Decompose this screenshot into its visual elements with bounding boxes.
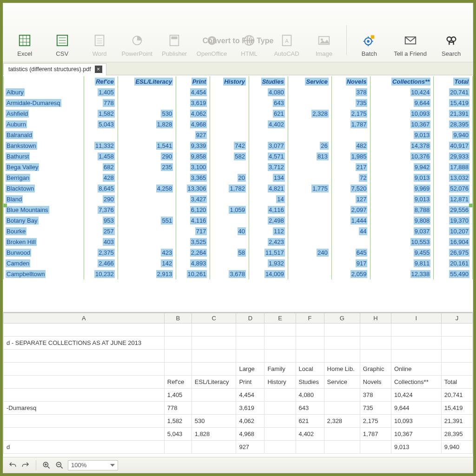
- cell: [118, 98, 176, 108]
- cell: [288, 269, 331, 279]
- spreadsheet-preview-pane[interactable]: ABCDEFGHIJd - SEPARATE COLLECTIONS AS AT…: [3, 313, 473, 457]
- zoom-out-icon[interactable]: [55, 461, 64, 470]
- cell: [210, 162, 249, 172]
- table-row[interactable]: Bourke25771740112449,03710,207: [4, 226, 473, 237]
- table-row[interactable]: Berrigan4283,36520134729,01313,032: [4, 172, 473, 183]
- table-row[interactable]: LargeFamilyLocalHome Lib.GraphicOnline: [4, 363, 473, 376]
- column-header[interactable]: E: [264, 313, 296, 324]
- cell: [331, 130, 370, 140]
- column-header[interactable]: F: [296, 313, 324, 324]
- column-header[interactable]: B: [164, 313, 192, 324]
- cell: 6,120: [176, 205, 210, 215]
- cell: 10,232: [84, 269, 118, 279]
- table-row[interactable]: -Dumaresq7783,6196437359,64415,419: [4, 402, 473, 415]
- table-row[interactable]: Albury1,4054,4544,08037810,42420,741: [4, 87, 473, 98]
- svg-rect-15: [172, 37, 178, 40]
- search-button[interactable]: Search: [432, 31, 469, 59]
- cell: 645: [331, 247, 370, 258]
- table-row[interactable]: Auburn5,0431,8284,9684,4021,78710,36728,…: [4, 119, 473, 130]
- table-row[interactable]: 5,0431,8284,9684,4021,78710,36728,395: [4, 428, 473, 441]
- cell: [84, 130, 118, 140]
- cell: [264, 337, 296, 350]
- cell: [210, 108, 249, 119]
- cell: 10,093: [391, 415, 441, 428]
- table-row[interactable]: [4, 350, 473, 363]
- undo-icon[interactable]: [8, 461, 17, 470]
- cell: 10,424: [370, 87, 434, 98]
- cell: 8,645: [84, 183, 118, 194]
- ppt-button: PowerPoint: [118, 31, 155, 59]
- column-header[interactable]: A: [4, 313, 165, 324]
- cell: [264, 402, 296, 415]
- table-row[interactable]: Botany Bay9535514,1162,4981,4449,80819,3…: [4, 215, 473, 226]
- pdf-header: Total: [434, 76, 473, 87]
- cell: 12,338: [370, 269, 434, 279]
- cell: 29,933: [434, 151, 473, 162]
- cell: 12,871: [434, 194, 473, 205]
- column-header[interactable]: C: [192, 313, 236, 324]
- excel-button[interactable]: Excel: [6, 31, 43, 59]
- table-row[interactable]: Burwood2,3754232,2645811,5172406459,4552…: [4, 247, 473, 258]
- table-row[interactable]: 1,4054,4544,08037810,42420,741: [4, 389, 473, 402]
- cell: 2,328: [324, 415, 360, 428]
- column-header[interactable]: J: [441, 313, 472, 324]
- cell: [324, 389, 360, 402]
- cell: 9,940: [434, 130, 473, 140]
- cell: 1,059: [210, 205, 249, 215]
- table-row[interactable]: Ref'ceESL/LiteracyPrintHistoryStudiesSer…: [4, 376, 473, 389]
- cell: 4,968: [236, 428, 264, 441]
- column-header[interactable]: G: [324, 313, 360, 324]
- cell: 10,093: [370, 108, 434, 119]
- table-row[interactable]: Bathurst1,4582909,8585824,5718131,98510,…: [4, 151, 473, 162]
- redo-icon[interactable]: [21, 461, 30, 470]
- row-name: Blacktown: [4, 183, 84, 194]
- cell: 9,037: [370, 226, 434, 237]
- cell: 4,080: [296, 389, 324, 402]
- cell: 927: [176, 130, 210, 140]
- cell: 13,306: [176, 183, 210, 194]
- table-row[interactable]: Bega Valley6822353,1003,7122179,94217,88…: [4, 162, 473, 172]
- column-header[interactable]: I: [391, 313, 441, 324]
- table-row[interactable]: Campbelltown10,2322,91310,2613,67814,009…: [4, 269, 473, 279]
- batch-button[interactable]: Batch: [350, 31, 388, 59]
- table-row[interactable]: Blue Mountains7,3766,1201,0594,1162,0978…: [4, 205, 473, 215]
- ruler-handle-left[interactable]: [3, 204, 7, 207]
- cell: 4,062: [236, 415, 264, 428]
- zoom-in-icon[interactable]: [42, 461, 51, 470]
- cell: [236, 337, 264, 350]
- cell: 9,942: [370, 162, 434, 172]
- cell: [118, 194, 176, 205]
- table-row[interactable]: Blacktown8,6454,25813,3061,7824,8211,775…: [4, 183, 473, 194]
- cell: Home Lib.: [324, 363, 360, 376]
- csv-button[interactable]: CSV: [43, 31, 80, 59]
- tool-label: Search: [442, 50, 461, 57]
- column-header[interactable]: H: [360, 313, 391, 324]
- svg-line-39: [61, 466, 63, 468]
- table-row[interactable]: Ashfield1,5825304,0626212,3282,17510,093…: [4, 108, 473, 119]
- ruler-handle-right[interactable]: [469, 204, 473, 207]
- cell: Local: [296, 363, 324, 376]
- tell-button[interactable]: Tell a Friend: [388, 31, 433, 59]
- table-row[interactable]: d - SEPARATE COLLECTIONS AS AT JUNE 2013: [4, 337, 473, 350]
- close-icon[interactable]: ×: [95, 66, 102, 73]
- column-header[interactable]: D: [236, 313, 264, 324]
- table-row[interactable]: d9279,0139,940: [4, 441, 473, 454]
- cell: [288, 237, 331, 247]
- zoom-select[interactable]: 100%: [68, 460, 118, 470]
- table-row[interactable]: Camden2,4661424,8931,9329179,81120,161: [4, 258, 473, 269]
- cell: 9,644: [370, 98, 434, 108]
- table-row[interactable]: [4, 324, 473, 337]
- cell: [192, 350, 236, 363]
- cell: [264, 415, 296, 428]
- table-row[interactable]: Bankstown11,3321,5419,3397423,0772648214…: [4, 140, 473, 151]
- table-row[interactable]: 1,5825304,0626212,3282,17510,09321,391: [4, 415, 473, 428]
- cell: 26: [288, 140, 331, 151]
- pdf-preview-pane[interactable]: Ref'ceESL/LiteracyPrintHistoryStudiesSer…: [3, 75, 473, 313]
- table-row[interactable]: Broken Hill4033,5252,42310,55316,904: [4, 237, 473, 247]
- table-row[interactable]: Armidale-Dumaresq7783,6196437359,64415,4…: [4, 98, 473, 108]
- table-row[interactable]: Balranald9279,0139,940: [4, 130, 473, 140]
- cell: 2,328: [288, 108, 331, 119]
- table-row[interactable]: Bland2903,427141279,01312,871: [4, 194, 473, 205]
- document-tab[interactable]: tatistics (different structures).pdf ×: [3, 63, 106, 75]
- cell: 1,582: [164, 415, 192, 428]
